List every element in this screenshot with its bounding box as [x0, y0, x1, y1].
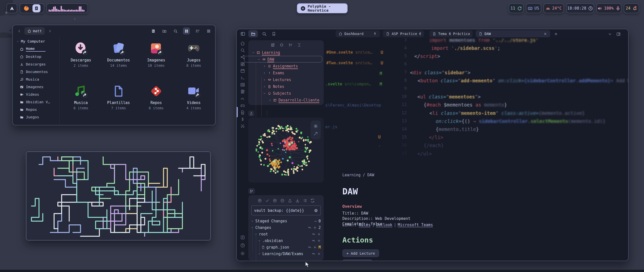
git-download-tray-icon[interactable] — [295, 198, 300, 203]
updates-pill[interactable]: 11 — [509, 3, 524, 13]
sidebar-item-desktop[interactable]: Desktop — [16, 53, 59, 60]
ribbon-file-search-icon[interactable] — [237, 109, 248, 115]
search-view-button[interactable] — [260, 31, 268, 36]
stage-plus-icon[interactable] — [317, 232, 321, 236]
tab-daw[interactable]: DAW — [476, 30, 550, 37]
folder-documentos[interactable]: Documentos14 items — [100, 39, 138, 81]
ribbon-vault-icon[interactable] — [237, 234, 248, 240]
git-refresh-cw-icon[interactable] — [310, 198, 315, 203]
close-tab-icon[interactable] — [543, 32, 547, 36]
now-playing-pill[interactable]: Polyphia - Neurotica — [297, 3, 348, 13]
sidebar-item-musica[interactable]: Musica — [16, 76, 59, 83]
toggle-left-sidebar-icon[interactable] — [239, 31, 246, 36]
tab-asp-practice-6[interactable]: ASP Practice 6 — [383, 30, 424, 37]
note-link-aules[interactable]: Aules — [359, 223, 371, 227]
new-tab-button[interactable] — [553, 31, 559, 37]
git-row-graph-json[interactable]: graph.jsonM — [248, 244, 324, 251]
notifications-pill[interactable]: 24 — [624, 3, 639, 13]
sidebar-item-home[interactable]: Home — [16, 45, 59, 53]
git-plus-circle-icon[interactable] — [273, 198, 277, 203]
terminal-card-button[interactable] — [150, 27, 157, 35]
git-list-ul-icon[interactable] — [303, 198, 307, 203]
folder-repos[interactable]: Repos6 items — [137, 81, 175, 123]
ribbon-search-icon[interactable] — [237, 47, 248, 53]
tree-item-learning[interactable]: Learning — [248, 49, 324, 56]
note-link-outlook[interactable]: Outlook — [376, 223, 392, 227]
folder-juegos[interactable]: Juegos8 items — [175, 39, 213, 81]
keyboard-layout-pill[interactable]: US — [526, 3, 541, 13]
new-folder-icon[interactable] — [279, 43, 284, 47]
git-row-changes[interactable]: Changes2 — [248, 224, 324, 231]
back-button[interactable] — [16, 28, 22, 34]
ribbon-gear-icon[interactable] — [237, 250, 248, 256]
ribbon-home-icon[interactable] — [237, 40, 248, 46]
undo-icon[interactable] — [308, 226, 311, 229]
git-arrow-up-circle-icon[interactable] — [258, 198, 262, 203]
clock-pill[interactable]: 18:08:28 — [566, 3, 594, 13]
git-row-learning-daw-exams[interactable]: Learning/DAW/Exams — [248, 251, 324, 257]
new-note-icon[interactable] — [271, 43, 275, 47]
clear-message-icon[interactable] — [314, 209, 318, 213]
tab-dashboard[interactable]: Dashboard — [336, 30, 380, 37]
app-launcher-button[interactable] — [6, 3, 17, 13]
discard-dash[interactable]: — — [314, 219, 317, 223]
git-row--obsidian[interactable]: .obsidian — [248, 237, 324, 244]
undo-icon[interactable] — [312, 232, 315, 236]
sidebar-item-repos[interactable]: Repos — [16, 106, 59, 113]
stage-plus-icon[interactable] — [317, 239, 321, 243]
tree-item-daw[interactable]: DAW — [248, 56, 324, 63]
ribbon-code-pct-icon[interactable]: <% — [237, 95, 248, 101]
sidebar-item-juegos[interactable]: Juegos — [16, 113, 59, 121]
ribbon-help-icon[interactable] — [237, 242, 248, 248]
ribbon-terminal-icon[interactable] — [237, 75, 248, 81]
sort-asc-icon[interactable] — [288, 43, 293, 47]
breadcrumb[interactable]: matt — [24, 27, 45, 35]
ribbon-table-icon[interactable] — [237, 82, 248, 88]
taskbar-apps[interactable] — [20, 3, 44, 13]
ribbon-swords-icon[interactable] — [237, 123, 248, 129]
folder-musica[interactable]: Musica6 items — [62, 81, 100, 123]
collapsed-panel-flask-button[interactable] — [248, 111, 254, 116]
bookmarks-view-button[interactable] — [270, 31, 277, 36]
ribbon-dollar-icon[interactable] — [237, 116, 248, 122]
note-breadcrumb[interactable]: Learning / DAW — [342, 173, 374, 177]
tree-item-subjects[interactable]: Subjects — [248, 90, 324, 97]
toggle-right-sidebar-icon[interactable] — [616, 31, 621, 37]
search-button[interactable] — [172, 27, 179, 35]
stage-plus-icon[interactable] — [317, 252, 321, 256]
undo-icon[interactable] — [308, 246, 311, 249]
button--add-lecture[interactable]: + Add Lecture — [342, 249, 379, 257]
tree-item-notes[interactable]: Notes — [248, 83, 324, 90]
graph-settings-gear-icon[interactable] — [313, 124, 318, 128]
git-minus-circle-icon[interactable] — [280, 198, 285, 203]
folder-videos[interactable]: Videos4 items — [175, 81, 213, 123]
git-panel-button[interactable] — [248, 188, 255, 194]
files-app-button[interactable] — [32, 4, 41, 12]
commit-message-input[interactable]: vault backup: {{date}} — [251, 206, 321, 215]
volume-pill[interactable]: 100% — [596, 3, 622, 13]
ribbon-gamepad-icon[interactable] — [237, 103, 248, 109]
tab-list-chevron-icon[interactable] — [607, 31, 613, 37]
grid-small-button[interactable] — [205, 27, 212, 35]
collapse-all-icon[interactable] — [297, 43, 301, 47]
button--add-note[interactable]: + Add Note — [342, 259, 372, 261]
git-upload-tray-icon[interactable] — [288, 198, 292, 203]
git-check-icon[interactable] — [265, 198, 269, 203]
tree-item-assignments[interactable]: Assignments — [248, 63, 324, 70]
git-row-root[interactable]: root — [248, 231, 324, 237]
tree-item-lectures[interactable]: Lectures — [248, 76, 324, 83]
graph-filter-wand-icon[interactable] — [313, 131, 318, 136]
sidebar-item-descargas[interactable]: Descargas — [16, 60, 59, 68]
grid-view-button[interactable] — [183, 27, 190, 35]
sidebar-item-documentos[interactable]: Documentos — [16, 68, 59, 76]
stage-plus-icon[interactable] — [313, 246, 317, 249]
folder-descargas[interactable]: Descargas2 items — [62, 39, 100, 81]
forward-button[interactable] — [47, 28, 53, 34]
undo-icon[interactable] — [312, 252, 315, 256]
note-link-microsoft-teams[interactable]: Microsoft Teams — [398, 223, 433, 227]
ribbon-book-icon[interactable] — [237, 89, 248, 95]
tree-item-exams[interactable]: Exams — [248, 70, 324, 76]
folder-plantillas[interactable]: Plantillas7 items — [100, 81, 138, 123]
git-row-staged-changes[interactable]: Staged Changes—0 — [248, 218, 324, 224]
sidebar-item-imagenes[interactable]: Imagenes — [16, 83, 59, 91]
